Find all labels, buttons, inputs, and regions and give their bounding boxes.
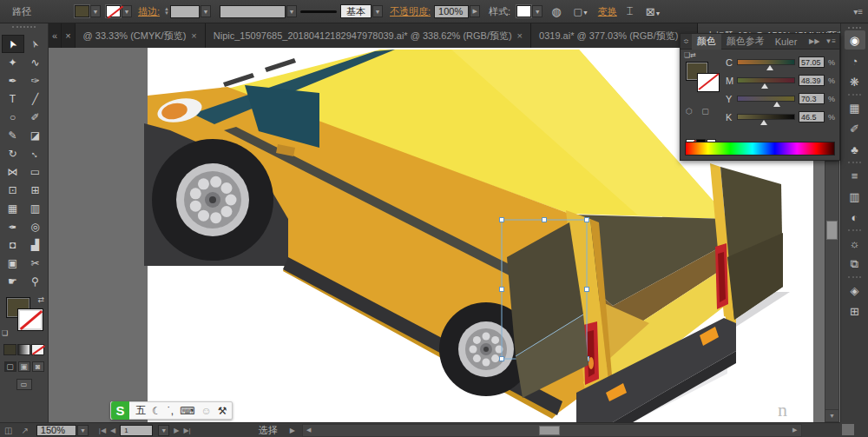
align-icon[interactable]: ⌶ <box>627 4 634 18</box>
magenta-slider[interactable] <box>737 77 795 83</box>
transparency-icon[interactable]: ◐ <box>845 208 865 227</box>
document-tab-1[interactable]: @ 33.33% (CMYK/预览) × <box>76 23 206 48</box>
mini-swap-icon[interactable]: ❏⇄ <box>684 51 696 59</box>
last-artboard-icon[interactable]: ▶| <box>183 427 190 434</box>
scroll-down-icon[interactable]: ▼ <box>825 409 838 421</box>
toolbar-stroke-swatch[interactable] <box>18 309 43 330</box>
artboard-number-field[interactable]: 1 <box>120 425 153 436</box>
document-tab-2[interactable]: Nipic_15097685_20180412182947978039.ai* … <box>206 23 531 48</box>
brush-definition[interactable]: 基本 <box>340 4 372 18</box>
control-bar-menu-icon[interactable]: ▾≡ <box>853 7 863 17</box>
symbol-sprayer-tool[interactable]: ◘ <box>2 235 24 254</box>
cyan-value-field[interactable]: 57.05 <box>799 56 825 68</box>
gamut-warning-icons[interactable]: ⬡ ▢ <box>686 107 713 116</box>
status-more-icon[interactable]: ▶ <box>290 427 295 434</box>
opacity-link[interactable]: 不透明度: <box>390 5 431 18</box>
style-dropdown-icon[interactable]: ▼ <box>532 5 542 17</box>
selection-tool[interactable]: ➤ <box>2 35 24 53</box>
stroke-weight-field[interactable] <box>170 5 200 18</box>
graphic-styles-icon[interactable]: ⧉ <box>845 255 865 274</box>
scroll-right-icon[interactable]: ▶ <box>789 425 801 436</box>
stroke-color-picker[interactable]: ▼ <box>106 5 132 17</box>
recolor-artwork-icon[interactable]: ◍ <box>551 5 561 18</box>
selection-handle-nw[interactable] <box>500 218 504 222</box>
vertical-scrollbar-thumb[interactable] <box>826 221 838 240</box>
eraser-tool[interactable]: ◪ <box>24 126 47 144</box>
ime-keyboard-icon[interactable]: ⌨ <box>180 405 194 417</box>
color-spectrum-bar[interactable] <box>685 142 835 156</box>
lasso-tool[interactable]: ∿ <box>24 53 47 71</box>
next-artboard-icon[interactable]: ▶ <box>174 427 179 434</box>
panel-menu-icon[interactable]: ▼≡ <box>825 37 836 45</box>
selection-handle-n[interactable] <box>542 218 547 222</box>
artboards-icon[interactable]: ⊞ <box>845 301 865 321</box>
ime-settings-icon[interactable]: ⚒ <box>218 405 227 417</box>
zoom-level-field[interactable]: 150% <box>36 425 76 436</box>
panel-stroke-swatch[interactable] <box>697 73 720 92</box>
panel-expand-icon[interactable]: ▶▶ <box>809 37 819 45</box>
zoom-tool[interactable]: ⚲ <box>24 272 47 290</box>
width-tool[interactable]: ⋈ <box>2 162 24 181</box>
ime-account-icon[interactable]: ☺ <box>201 405 211 417</box>
black-slider[interactable] <box>737 114 795 120</box>
selection-handle-sw[interactable] <box>500 357 504 361</box>
horizontal-scrollbar-thumb[interactable] <box>539 426 560 435</box>
style-picker[interactable]: ▼ <box>516 5 542 17</box>
yellow-slider[interactable] <box>737 96 795 102</box>
draw-inside-button[interactable]: ◙ <box>32 361 44 372</box>
zoom-dropdown-icon[interactable]: ▼ <box>77 425 89 436</box>
gradient-icon[interactable]: ▥ <box>845 187 865 206</box>
ime-moon-icon[interactable]: ☾ <box>152 405 161 417</box>
tab-kuler[interactable]: Kuler <box>770 34 803 50</box>
fill-swatch[interactable] <box>75 5 89 17</box>
cs-live-icon[interactable]: ◫ <box>4 426 12 435</box>
slice-tool[interactable]: ✂ <box>24 254 47 272</box>
type-tool[interactable]: T <box>2 89 24 108</box>
ellipse-tool[interactable]: ○ <box>2 108 24 126</box>
tab-overflow-left-icon[interactable]: « <box>49 23 62 48</box>
opacity-dropdown-icon[interactable]: ▶ <box>470 5 480 17</box>
blend-tool[interactable]: ◎ <box>24 217 47 235</box>
style-swatch[interactable] <box>516 5 531 17</box>
horizontal-scrollbar[interactable]: ◀ ▶ <box>302 424 802 437</box>
magic-wand-tool[interactable]: ✦ <box>2 53 24 71</box>
shape-builder-tool[interactable]: ⊡ <box>2 181 24 199</box>
selection-handle-w[interactable] <box>500 288 504 292</box>
tab-close-icon[interactable]: × <box>62 23 75 48</box>
arrange-documents-icon[interactable]: ↗ <box>21 426 28 435</box>
stroke-swatch[interactable] <box>106 5 121 17</box>
layers-icon[interactable]: ◈ <box>845 281 865 300</box>
direct-selection-tool[interactable]: ➢ <box>24 35 47 53</box>
tab2-close-icon[interactable]: × <box>517 30 523 41</box>
gradient-tool[interactable]: ▥ <box>24 199 47 217</box>
distribute-icon[interactable]: ⊠▼ <box>646 5 661 18</box>
resize-grip[interactable] <box>842 424 854 435</box>
pen-tool[interactable]: ✒ <box>2 71 24 89</box>
black-value-field[interactable]: 46.5 <box>799 111 825 122</box>
eyedropper-tool[interactable]: ✒ <box>2 217 24 235</box>
rotate-tool[interactable]: ↻ <box>2 144 24 162</box>
scale-tool[interactable]: ↔ <box>24 144 47 162</box>
color-mode-button[interactable] <box>3 344 16 355</box>
yellow-value-field[interactable]: 70.3 <box>799 93 825 104</box>
draw-normal-button[interactable]: ▢ <box>4 361 16 372</box>
mesh-tool[interactable]: ▦ <box>2 199 24 217</box>
first-artboard-icon[interactable]: |◀ <box>99 427 106 434</box>
gradient-mode-button[interactable] <box>17 344 30 355</box>
symbols-icon[interactable]: ♣ <box>845 140 865 159</box>
stroke-weight-dropdown-icon[interactable]: ▼ <box>201 5 211 17</box>
free-transform-tool[interactable]: ▭ <box>24 162 47 181</box>
brushes-icon[interactable]: ✐ <box>845 119 865 138</box>
select-similar-icon[interactable]: ▢▼ <box>573 6 588 17</box>
perspective-grid-tool[interactable]: ⊞ <box>24 181 47 199</box>
tab1-close-icon[interactable]: × <box>191 30 196 41</box>
pencil-tool[interactable]: ✎ <box>2 126 24 144</box>
stroke-link[interactable]: 描边: <box>138 5 160 18</box>
draw-behind-button[interactable]: ▣ <box>18 361 30 372</box>
selection-handle-ne[interactable] <box>585 218 589 222</box>
variable-width-dropdown-icon[interactable]: ▼ <box>286 5 297 17</box>
color-guide-icon[interactable]: ◔ <box>845 51 865 70</box>
opacity-field[interactable]: 100% <box>434 5 469 18</box>
variable-width-profile-field[interactable] <box>220 5 286 18</box>
scroll-left-icon[interactable]: ◀ <box>303 425 315 436</box>
